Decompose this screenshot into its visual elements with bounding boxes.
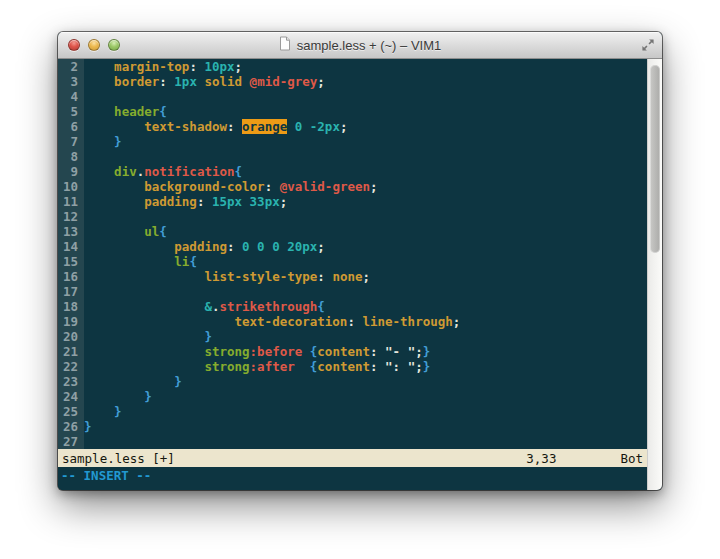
traffic-lights xyxy=(68,32,120,58)
code-line[interactable]: 18 &.strikethrough{ xyxy=(58,299,647,314)
code-line[interactable]: 7 } xyxy=(58,134,647,149)
code-text: } xyxy=(84,389,152,404)
code-line[interactable]: 24 } xyxy=(58,389,647,404)
line-number: 16 xyxy=(58,269,84,284)
code-line[interactable]: 10 background-color: @valid-green; xyxy=(58,179,647,194)
code-text: &.strikethrough{ xyxy=(84,299,325,314)
zoom-button[interactable] xyxy=(108,39,120,51)
code-token xyxy=(84,299,204,314)
code-line[interactable]: 21 strong:before {content: "- ";} xyxy=(58,344,647,359)
code-token: : xyxy=(197,194,212,209)
code-token xyxy=(84,314,235,329)
vim-window: sample.less + (~) – VIM1 2 margin-top: 1… xyxy=(58,32,662,490)
line-number: 15 xyxy=(58,254,84,269)
code-text: background-color: @valid-green; xyxy=(84,179,378,194)
code-line[interactable]: 8 xyxy=(58,149,647,164)
search-highlight: orange xyxy=(242,119,287,134)
line-number: 23 xyxy=(58,374,84,389)
code-line[interactable]: 2 margin-top: 10px; xyxy=(58,59,647,74)
code-text: div.notification{ xyxy=(84,164,242,179)
code-token: li xyxy=(174,254,189,269)
code-line[interactable]: 13 ul{ xyxy=(58,224,647,239)
code-line[interactable]: 20 } xyxy=(58,329,647,344)
code-text: } xyxy=(84,419,92,434)
code-text: padding: 15px 33px; xyxy=(84,194,287,209)
code-line[interactable]: 22 strong:after {content: ": ";} xyxy=(58,359,647,374)
code-token xyxy=(84,344,204,359)
code-token: } xyxy=(144,389,152,404)
code-token: ; xyxy=(370,179,378,194)
vim-modeline: -- INSERT -- xyxy=(58,467,647,490)
code-line[interactable]: 25 } xyxy=(58,404,647,419)
line-number: 20 xyxy=(58,329,84,344)
code-token: : xyxy=(159,74,174,89)
code-token: : "- "; xyxy=(370,344,423,359)
code-token: margin-top xyxy=(114,59,189,74)
code-text: } xyxy=(84,374,182,389)
line-number: 5 xyxy=(58,104,84,119)
code-token: : xyxy=(227,239,242,254)
code-token: { xyxy=(189,254,197,269)
fullscreen-icon[interactable] xyxy=(641,38,655,52)
code-line[interactable]: 11 padding: 15px 33px; xyxy=(58,194,647,209)
code-line[interactable]: 19 text-decoration: line-through; xyxy=(58,314,647,329)
code-text: text-shadow: orange 0 -2px; xyxy=(84,119,347,134)
code-token xyxy=(84,164,114,179)
statusline-ruler: 3,33 xyxy=(526,451,556,466)
code-line[interactable]: 4 xyxy=(58,89,647,104)
code-token: ; xyxy=(453,314,461,329)
code-token: ; xyxy=(317,74,325,89)
code-text: header{ xyxy=(84,104,167,119)
code-token xyxy=(84,194,144,209)
code-token: notification xyxy=(144,164,234,179)
code-token: content xyxy=(317,344,370,359)
code-lines[interactable]: 2 margin-top: 10px;3 border: 1px solid @… xyxy=(58,59,647,449)
code-line[interactable]: 3 border: 1px solid @mid-grey; xyxy=(58,74,647,89)
code-line[interactable]: 14 padding: 0 0 0 20px; xyxy=(58,239,647,254)
code-token: list-style-type xyxy=(204,269,317,284)
code-token xyxy=(84,269,204,284)
code-token xyxy=(84,329,204,344)
code-token: 1px xyxy=(174,74,197,89)
code-token: } xyxy=(84,419,92,434)
code-text: margin-top: 10px; xyxy=(84,59,242,74)
code-line[interactable]: 17 xyxy=(58,284,647,299)
code-line[interactable]: 27 xyxy=(58,434,647,449)
code-line[interactable]: 5 header{ xyxy=(58,104,647,119)
title-group: sample.less + (~) – VIM1 xyxy=(279,36,442,55)
code-line[interactable]: 6 text-shadow: orange 0 -2px; xyxy=(58,119,647,134)
code-line[interactable]: 15 li{ xyxy=(58,254,647,269)
line-number: 24 xyxy=(58,389,84,404)
code-token xyxy=(84,134,114,149)
code-line[interactable]: 9 div.notification{ xyxy=(58,164,647,179)
code-line[interactable]: 26} xyxy=(58,419,647,434)
code-token: ; xyxy=(235,59,243,74)
close-button[interactable] xyxy=(68,39,80,51)
minimize-button[interactable] xyxy=(88,39,100,51)
line-number: 12 xyxy=(58,209,84,224)
line-number: 25 xyxy=(58,404,84,419)
code-line[interactable]: 23 } xyxy=(58,374,647,389)
line-number: 22 xyxy=(58,359,84,374)
code-text: list-style-type: none; xyxy=(84,269,370,284)
line-number: 8 xyxy=(58,149,84,164)
scrollbar-thumb[interactable] xyxy=(650,65,660,253)
code-line[interactable]: 16 list-style-type: none; xyxy=(58,269,647,284)
code-token: } xyxy=(423,359,431,374)
code-token: header xyxy=(114,104,159,119)
code-token xyxy=(84,389,144,404)
code-token xyxy=(84,374,174,389)
line-number: 18 xyxy=(58,299,84,314)
code-token: @valid-green xyxy=(280,179,370,194)
line-number: 27 xyxy=(58,434,84,449)
editor-main: 2 margin-top: 10px;3 border: 1px solid @… xyxy=(58,59,647,490)
line-number: 2 xyxy=(58,59,84,74)
code-token xyxy=(295,359,310,374)
code-token: { xyxy=(235,164,243,179)
titlebar[interactable]: sample.less + (~) – VIM1 xyxy=(58,32,662,59)
vim-statusline: sample.less [+] 3,33 Bot xyxy=(58,449,647,467)
code-token: ; xyxy=(280,194,288,209)
code-token: border xyxy=(114,74,159,89)
scrollbar-track[interactable] xyxy=(647,59,662,490)
code-line[interactable]: 12 xyxy=(58,209,647,224)
